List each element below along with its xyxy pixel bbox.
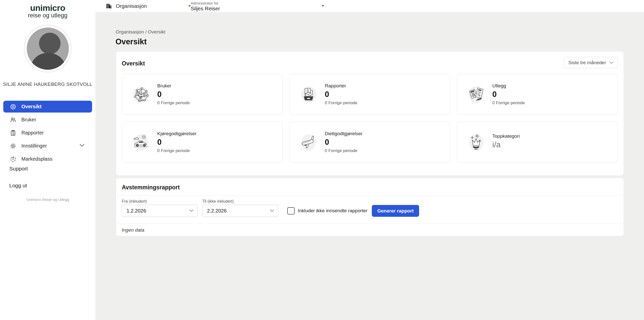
stat-card-subtext: 0 Forrige periode [325, 100, 357, 105]
generate-report-button[interactable]: Generer rapport [372, 205, 419, 217]
topbar: Organisasjon Administrator for Siljes Re… [0, 0, 644, 12]
airplane-illustration [299, 133, 318, 152]
sidebar-links: Support Logg ut [9, 166, 28, 199]
network-users-illustration [132, 85, 150, 104]
reconciliation-form: Fra (inkludert) 1.2.2026 Til (ikke inklu… [116, 196, 624, 217]
stat-card-label: Kjøregodtgjørelser [157, 131, 196, 136]
chevron-down-icon[interactable] [79, 144, 85, 147]
sidebar-item-bruker[interactable]: Bruker [3, 114, 92, 126]
sidebar-user-name: SILJE ANINE HAUKEBERG SKOTVOLL [0, 82, 95, 87]
sidebar-item-innstillinger[interactable]: Innstillinger [3, 140, 92, 152]
stat-card-label: Utlegg [492, 83, 525, 89]
reconciliation-panel: Avstemmingsrapport Fra (inkludert) 1.2.2… [116, 178, 624, 236]
sidebar: unimicro reise og utlegg SILJE ANINE HAU… [0, 0, 95, 320]
main-content: Organisasjon / Oversikt Oversikt Oversik… [95, 12, 644, 320]
crown-illustration [467, 133, 486, 152]
stat-card-rapporter: Rapporter 0 0 Forrige periode [289, 74, 450, 115]
breadcrumb[interactable]: Organisasjon / Oversikt [116, 29, 165, 35]
empty-state-text: Ingen data [116, 223, 624, 233]
stat-card-diettgodtgjorelser: Diettgodtgjørelser 0 0 Forrige periode [289, 122, 450, 163]
stat-card-value: 0 [157, 90, 190, 99]
chevron-down-icon [189, 209, 193, 212]
sidebar-item-markedsplass[interactable]: Markedsplass [3, 153, 92, 165]
sidebar-item-label: Markedsplass [21, 156, 52, 162]
clipboard-icon [10, 130, 16, 136]
stat-card-value: 0 [492, 90, 525, 99]
stat-card-subtext: 0 Forrige periode [492, 100, 525, 105]
stat-card-value: 0 [325, 90, 357, 99]
stat-card-utlegg: Utlegg 0 0 Forrige periode [457, 74, 618, 115]
to-date-label: Til (ikke inkludert) [202, 199, 278, 204]
stat-card-label: Bruker [157, 83, 190, 89]
calculator-receipt-illustration [467, 85, 486, 104]
brand-logo: unimicro reise og utlegg [0, 0, 95, 19]
stat-card-value: 0 [325, 138, 363, 147]
stat-card-subtext: 0 Forrige periode [157, 148, 196, 153]
organization-selector-label: Organisasjon [116, 3, 147, 9]
overview-panel: Oversikt Siste tre måneder [116, 51, 624, 176]
stat-card-value: 0 [157, 138, 196, 147]
caret-down-icon[interactable] [321, 5, 324, 7]
chevron-down-icon [270, 209, 274, 212]
inbox-documents-illustration [299, 85, 318, 104]
brand-tagline: reise og utlegg [0, 12, 95, 19]
sidebar-footer-text: Unimicro Reise og Utlegg [0, 197, 95, 202]
sidebar-item-oversikt[interactable]: Oversikt [3, 101, 92, 113]
sidebar-item-label: Rapporter [21, 130, 44, 136]
car-illustration [132, 133, 150, 152]
brand-name: unimicro [0, 4, 95, 12]
gear-icon [10, 143, 16, 149]
stat-card-label: Rapporter [325, 83, 357, 89]
administrator-caption: Administrator for [191, 1, 220, 5]
page-title: Oversikt [115, 37, 147, 46]
eye-icon [10, 103, 16, 110]
administrator-selector[interactable]: Administrator for Siljes Reiser [191, 1, 220, 12]
overview-panel-title: Oversikt [122, 60, 145, 67]
sidebar-item-label: Oversikt [21, 104, 42, 110]
users-icon [10, 117, 16, 123]
administrator-value: Siljes Reiser [191, 6, 220, 12]
chevron-down-icon [609, 61, 614, 64]
sidebar-item-rapporter[interactable]: Rapporter [3, 127, 92, 139]
stat-card-bruker: Bruker 0 0 Forrige periode [122, 74, 283, 115]
stat-card-label: Diettgodtgjørelser [325, 131, 363, 136]
stat-card-toppkategori: Toppkategori i/a [457, 122, 618, 163]
support-link[interactable]: Support [9, 166, 28, 172]
from-date-value: 1.2.2026 [127, 208, 146, 214]
building-icon [106, 3, 112, 9]
avatar [24, 25, 72, 73]
stat-card-subtext: 0 Forrige periode [325, 148, 363, 153]
period-select-value: Siste tre måneder [568, 60, 606, 65]
include-unsubmitted-label: Inkluder ikke innsendte rapporter [298, 208, 368, 214]
logout-link[interactable]: Logg ut [9, 183, 28, 189]
from-date-label: Fra (inkludert) [122, 199, 198, 204]
stat-cards: Bruker 0 0 Forrige periode [116, 68, 624, 163]
include-unsubmitted-checkbox-row[interactable]: Inkluder ikke innsendte rapporter [287, 205, 368, 217]
period-select[interactable]: Siste tre måneder [564, 57, 618, 68]
organization-selector[interactable]: Organisasjon [106, 0, 191, 12]
stat-card-kjoregodtgjorelser: Kjøregodtgjørelser 0 0 Forrige periode [122, 122, 283, 163]
sidebar-item-label: Bruker [21, 117, 36, 123]
from-date-select[interactable]: 1.2.2026 [122, 205, 198, 217]
marketplace-icon [10, 156, 16, 162]
reconciliation-panel-title: Avstemmingsrapport [122, 184, 180, 191]
include-unsubmitted-checkbox[interactable] [287, 207, 295, 215]
sidebar-item-label: Innstillinger [21, 143, 47, 149]
stat-card-subtext: 0 Forrige periode [157, 100, 190, 105]
stat-card-label: Toppkategori [492, 133, 520, 139]
to-date-value: 2.2.2026 [207, 208, 227, 214]
to-date-select[interactable]: 2.2.2026 [202, 205, 278, 217]
stat-card-value: i/a [492, 140, 520, 149]
sidebar-nav: Oversikt Bruker Rapporter [0, 101, 95, 166]
